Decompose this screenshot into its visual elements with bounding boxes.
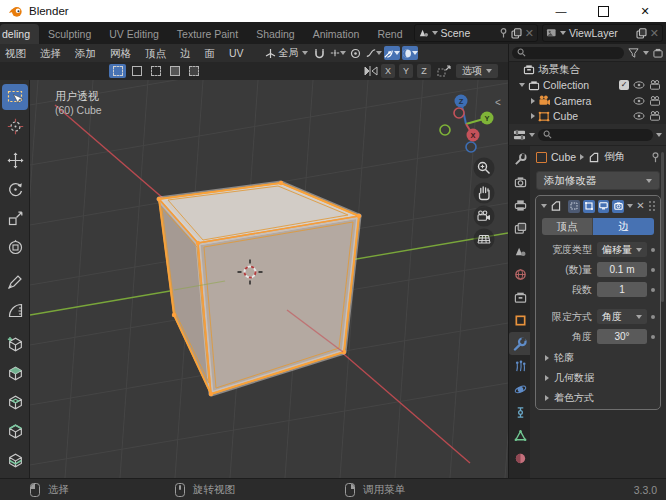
workspace-tab-modeling[interactable]: deling xyxy=(0,24,39,44)
new-scene-icon[interactable] xyxy=(511,28,522,39)
properties-tab-material[interactable] xyxy=(509,447,531,470)
outliner-row-cube[interactable]: Cube xyxy=(509,109,666,125)
add-modifier-button[interactable]: 添加修改器 xyxy=(536,171,660,190)
filter-icon[interactable] xyxy=(628,48,639,58)
expand-camera-caret[interactable] xyxy=(531,98,535,104)
width-type-dropdown[interactable]: 偏移量 xyxy=(597,242,647,257)
animate-dot[interactable] xyxy=(651,335,655,339)
outliner-search-input[interactable] xyxy=(512,47,624,59)
animate-dot[interactable] xyxy=(651,288,655,292)
animate-dot[interactable] xyxy=(651,248,655,252)
properties-tab-world[interactable] xyxy=(509,263,531,286)
loop-cut-tool[interactable] xyxy=(2,447,28,473)
add-cube-tool[interactable] xyxy=(2,331,28,357)
outliner-row-collection[interactable]: Collection ✓ xyxy=(509,78,666,94)
hide-eye-icon[interactable] xyxy=(633,97,645,105)
limit-method-dropdown[interactable]: 角度 xyxy=(597,309,647,324)
transform-tool[interactable] xyxy=(2,234,28,260)
section-shading[interactable]: 着色方式 xyxy=(536,389,660,406)
scale-tool[interactable] xyxy=(2,205,28,231)
inset-faces-tool[interactable] xyxy=(2,389,28,415)
properties-tab-scene[interactable] xyxy=(509,240,531,263)
select-mode-extend[interactable] xyxy=(128,64,145,78)
properties-tab-constraints[interactable] xyxy=(509,401,531,424)
properties-tab-modifiers[interactable] xyxy=(509,332,531,355)
transform-orientation-dropdown[interactable]: 全局 xyxy=(263,46,310,60)
workspace-tab-sculpting[interactable]: Sculpting xyxy=(39,24,100,44)
animate-dot[interactable] xyxy=(651,268,655,272)
properties-tab-render[interactable] xyxy=(509,171,531,194)
display-on-cage-toggle[interactable] xyxy=(568,200,580,213)
properties-tab-object-data[interactable] xyxy=(509,424,531,447)
section-geometry[interactable]: 几何数据 xyxy=(536,369,660,386)
angle-value-input[interactable]: 30° xyxy=(597,329,647,344)
new-viewlayer-icon[interactable] xyxy=(636,28,647,39)
properties-tab-collection[interactable] xyxy=(509,286,531,309)
gizmo-minus-z-ball[interactable] xyxy=(466,142,476,152)
minimize-button[interactable]: — xyxy=(540,0,582,22)
rotate-tool[interactable] xyxy=(2,176,28,202)
expand-collection-caret[interactable] xyxy=(519,83,525,87)
options-dropdown[interactable]: 选项 xyxy=(456,64,498,78)
cube-object[interactable] xyxy=(157,181,361,396)
collection-checkbox[interactable]: ✓ xyxy=(619,80,629,90)
select-mode-subtract[interactable] xyxy=(147,64,164,78)
menu-edge[interactable]: 边 xyxy=(173,45,198,62)
close-button[interactable]: ✕ xyxy=(624,0,666,22)
modifier-extras-caret[interactable] xyxy=(627,204,633,208)
maximize-button[interactable] xyxy=(582,0,624,22)
menu-face[interactable]: 面 xyxy=(198,45,223,62)
breadcrumb-object[interactable]: Cube xyxy=(551,151,576,163)
amount-value-input[interactable]: 0.1 m xyxy=(597,262,647,277)
menu-view[interactable]: 视图 xyxy=(0,45,33,62)
properties-tab-object[interactable] xyxy=(509,309,531,332)
affect-edges-option[interactable]: 边 xyxy=(593,218,654,235)
scene-selector[interactable]: Scene ✕ xyxy=(414,24,538,42)
mirror-z-toggle[interactable]: Z xyxy=(417,64,431,78)
gizmo-minus-y-ball[interactable] xyxy=(440,125,450,135)
viewlayer-selector[interactable]: ViewLayer ✕ xyxy=(542,24,663,42)
hide-eye-icon[interactable] xyxy=(633,112,645,120)
workspace-tab-shading[interactable]: Shading xyxy=(247,24,304,44)
menu-select[interactable]: 选择 xyxy=(33,45,68,62)
affect-vertices-option[interactable]: 顶点 xyxy=(542,218,593,235)
disable-render-camera-icon[interactable] xyxy=(649,96,661,106)
annotate-tool[interactable] xyxy=(2,268,28,294)
properties-search-input[interactable] xyxy=(538,129,653,141)
properties-tab-view-layer[interactable] xyxy=(509,217,531,240)
xray-toggle[interactable] xyxy=(384,46,400,60)
drag-handle[interactable] xyxy=(649,201,655,212)
delete-modifier-button[interactable]: ✕ xyxy=(636,201,644,211)
menu-mesh[interactable]: 网格 xyxy=(103,45,138,62)
pin-icon[interactable] xyxy=(499,28,508,38)
disable-render-camera-icon[interactable] xyxy=(649,111,661,121)
select-mode-invert[interactable] xyxy=(166,64,183,78)
outliner-row-scene-collection[interactable]: 场景集合 xyxy=(509,62,666,78)
properties-tab-physics[interactable] xyxy=(509,378,531,401)
bevel-tool[interactable] xyxy=(2,418,28,444)
collapse-panel-caret[interactable] xyxy=(541,204,547,208)
gizmo-minus-x-ball[interactable] xyxy=(454,108,464,118)
shading-mode-toggle[interactable] xyxy=(402,46,418,60)
properties-tab-output[interactable] xyxy=(509,194,531,217)
workspace-tab-uv-editing[interactable]: UV Editing xyxy=(100,24,168,44)
expand-cube-caret[interactable] xyxy=(531,113,535,119)
properties-tab-particles[interactable] xyxy=(509,355,531,378)
workspace-tab-render[interactable]: Rend xyxy=(368,24,411,44)
proportional-editing-icon[interactable] xyxy=(348,46,364,60)
snap-base-icon[interactable] xyxy=(437,65,451,77)
workspace-tab-texture-paint[interactable]: Texture Paint xyxy=(168,24,247,44)
menu-uv[interactable]: UV xyxy=(222,45,251,62)
cursor-tool[interactable] xyxy=(2,113,28,139)
new-collection-icon[interactable] xyxy=(653,48,663,58)
select-mode-new[interactable] xyxy=(109,64,126,78)
animate-dot[interactable] xyxy=(651,315,655,319)
menu-vertex[interactable]: 顶点 xyxy=(138,45,173,62)
editor-type-icon[interactable] xyxy=(513,129,526,141)
display-edit-mode-toggle[interactable] xyxy=(583,200,595,213)
breadcrumb-modifier[interactable]: 倒角 xyxy=(604,150,625,164)
segments-value-input[interactable]: 1 xyxy=(597,282,647,297)
select-box-tool[interactable] xyxy=(2,84,28,110)
sidebar-collapse-arrow[interactable]: < xyxy=(495,97,501,108)
display-render-toggle[interactable] xyxy=(612,200,624,213)
